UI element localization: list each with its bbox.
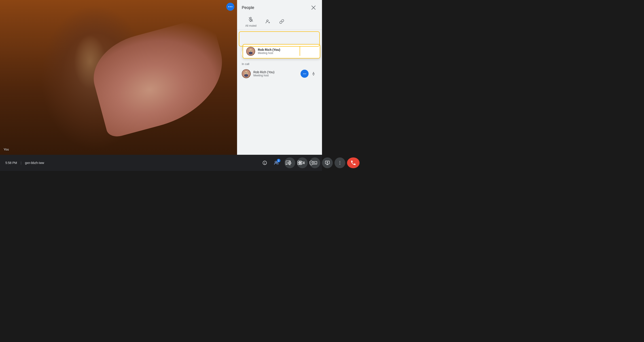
- svg-point-2: [267, 20, 268, 22]
- link-icon: [279, 19, 284, 25]
- svg-rect-36: [298, 163, 300, 165]
- participant-avatar: [242, 69, 251, 78]
- mic-off-icon: [248, 17, 253, 23]
- participant-info: Rob Rich (You) Meeting host: [253, 70, 298, 77]
- svg-point-15: [247, 72, 247, 73]
- svg-point-13: [244, 74, 248, 77]
- people-button[interactable]: 1: [271, 157, 282, 168]
- meeting-code: gxn-bbzh-iww: [25, 161, 44, 165]
- dot3: [232, 6, 232, 7]
- video-more-options-button[interactable]: [226, 3, 234, 11]
- tab-copy-link[interactable]: [276, 17, 288, 28]
- panel-title: People: [242, 5, 254, 10]
- dot1: [228, 6, 229, 7]
- people-badge: 1: [277, 159, 280, 162]
- chat-button[interactable]: [283, 157, 294, 168]
- svg-point-30: [275, 161, 276, 163]
- meeting-time: 5:58 PM: [5, 161, 17, 165]
- tab-muted-label: All muted: [245, 24, 256, 27]
- toolbar-left: 5:58 PM | gxn-bbzh-iww: [5, 161, 44, 165]
- panel-close-button[interactable]: [310, 4, 318, 12]
- bottom-toolbar: 5:58 PM | gxn-bbzh-iww: [0, 155, 322, 171]
- in-call-section: In call Rob Rich (Yo: [237, 61, 322, 82]
- video-area: You: [0, 0, 237, 155]
- panel-header: People: [237, 0, 322, 15]
- activities-button[interactable]: [294, 157, 305, 168]
- participant-name: Rob Rich (You): [253, 70, 298, 74]
- tooltip-name: Rob Rich (You): [258, 48, 280, 52]
- participant-role: Meeting host: [253, 74, 298, 77]
- tab-add-people[interactable]: [262, 17, 274, 28]
- security-button[interactable]: [306, 157, 317, 168]
- svg-rect-35: [300, 161, 302, 162]
- tooltip-avatar: [246, 47, 255, 56]
- main-container: You People All: [0, 0, 322, 155]
- participant-pin-button[interactable]: [310, 70, 318, 78]
- panel-tabs: All muted: [237, 15, 322, 30]
- video-participant-label: You: [4, 148, 9, 151]
- svg-rect-34: [298, 161, 300, 162]
- add-person-icon: [266, 19, 270, 25]
- svg-point-6: [250, 50, 250, 51]
- toolbar-divider: |: [20, 161, 22, 165]
- people-panel: People All muted: [237, 0, 322, 155]
- participant-more-button[interactable]: [300, 70, 308, 78]
- tooltip-role: Meeting host: [258, 52, 280, 55]
- in-call-label: In call: [242, 62, 318, 66]
- toolbar-right: 1: [260, 157, 317, 168]
- svg-point-5: [249, 52, 253, 54]
- svg-rect-37: [300, 163, 302, 165]
- tooltip-text: Rob Rich (You) Meeting host: [258, 48, 280, 55]
- panel-body: Rob Rich (You) Meeting host: [237, 30, 322, 155]
- svg-point-7: [251, 50, 252, 51]
- participant-row: Rob Rich (You) Meeting host: [242, 67, 318, 80]
- tab-muted[interactable]: All muted: [242, 15, 260, 30]
- dot2: [230, 6, 231, 7]
- participant-actions: [300, 70, 318, 78]
- svg-point-29: [264, 162, 265, 162]
- svg-point-14: [245, 72, 246, 73]
- info-button[interactable]: [260, 157, 270, 168]
- video-feed: You: [0, 0, 237, 155]
- participant-tooltip: Rob Rich (You) Meeting host: [242, 44, 320, 58]
